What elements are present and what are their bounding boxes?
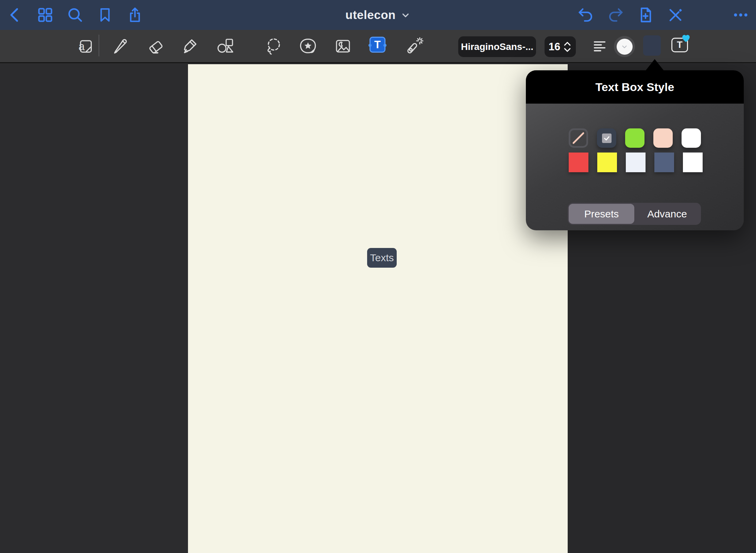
eraser-tool-button[interactable] (146, 37, 165, 56)
preset-swatch-peach[interactable] (653, 128, 673, 148)
font-size-stepper[interactable]: 16 (545, 36, 576, 57)
presets-advance-tabs: Presets Advance (568, 203, 701, 225)
text-box-style-button[interactable] (643, 35, 661, 56)
image-icon (333, 37, 352, 55)
undo-icon (577, 6, 595, 24)
preset-swatch-white-rounded[interactable] (682, 128, 701, 148)
app-window: utelecon (0, 0, 756, 553)
stepper-chevrons-icon (563, 41, 572, 53)
share-icon (126, 6, 143, 23)
tab-advance[interactable]: Advance (634, 204, 700, 224)
back-button[interactable] (5, 4, 26, 25)
text-tool-button[interactable]: T (370, 37, 385, 53)
more-button[interactable] (730, 4, 751, 25)
preset-swatch-selected[interactable] (597, 128, 616, 148)
heart-icon (682, 34, 690, 42)
pages-overview-button[interactable] (35, 4, 56, 25)
tab-presets-label: Presets (584, 208, 619, 220)
popover-header: Text Box Style (526, 70, 744, 104)
svg-text:a: a (79, 40, 85, 53)
redo-icon (607, 6, 624, 24)
sticker-icon (298, 37, 317, 56)
laser-pointer-icon (404, 36, 424, 56)
text-box[interactable]: Texts (367, 248, 397, 268)
add-page-button[interactable] (635, 4, 656, 25)
tools-toolbar: a (0, 30, 756, 63)
image-tool-button[interactable] (333, 37, 352, 56)
search-icon (66, 6, 84, 24)
shapes-tool-button[interactable] (216, 37, 235, 56)
lasso-icon (264, 37, 283, 55)
shapes-icon (216, 37, 235, 55)
preset-swatch-row-2 (569, 153, 703, 172)
add-page-icon (637, 6, 654, 24)
text-box-style-popover: Text Box Style (526, 70, 744, 230)
preset-swatch-yellow[interactable] (597, 153, 617, 172)
preset-swatch-none[interactable] (569, 128, 588, 148)
back-chevron-icon (6, 6, 24, 24)
highlighter-icon (181, 37, 200, 55)
text-tool-glyph: T (374, 39, 381, 51)
toolbar-divider (99, 35, 99, 56)
search-button[interactable] (65, 4, 86, 25)
bookmark-icon (97, 6, 114, 23)
undo-button[interactable] (575, 4, 596, 25)
pen-tool-button[interactable] (111, 37, 130, 56)
preset-swatch-green[interactable] (625, 128, 645, 148)
eraser-icon (147, 37, 165, 55)
preset-swatch-slate[interactable] (654, 153, 674, 172)
text-tool-handle-left (368, 44, 372, 47)
notebook-title-label: utelecon (345, 8, 396, 22)
align-left-icon (592, 38, 607, 54)
chevron-down-icon (400, 10, 411, 20)
text-tool-handle-right (383, 44, 386, 47)
popover-arrow (646, 59, 664, 71)
checkbox (602, 133, 612, 143)
font-family-button[interactable]: HiraginoSans-... (458, 36, 536, 57)
preset-swatch-red[interactable] (569, 153, 588, 172)
highlighter-tool-button[interactable] (181, 37, 200, 56)
redo-button[interactable] (605, 4, 626, 25)
grid-icon (36, 6, 54, 24)
note-page[interactable]: Texts (188, 64, 568, 553)
lasso-tool-button[interactable] (264, 37, 283, 56)
pen-cross-icon (667, 6, 684, 24)
laser-pointer-button[interactable] (404, 36, 424, 56)
popover-title: Text Box Style (596, 81, 674, 94)
preset-swatch-row-1 (569, 128, 701, 148)
sticker-tool-button[interactable] (298, 37, 317, 56)
font-family-label: HiraginoSans-... (461, 41, 533, 52)
share-button[interactable] (124, 4, 145, 25)
font-size-value: 16 (549, 41, 560, 53)
top-nav-bar: utelecon (0, 0, 756, 30)
preset-swatch-pale-blue[interactable] (626, 153, 646, 172)
diagonal-line-icon (570, 130, 586, 146)
pen-icon (111, 37, 130, 55)
ellipsis-icon (732, 6, 750, 24)
text-color-swatch (617, 39, 633, 55)
read-mode-button[interactable]: a (75, 37, 94, 56)
text-style-favorite-button[interactable]: T (671, 38, 688, 52)
text-box-label: Texts (370, 252, 394, 264)
read-mode-icon: a (76, 37, 94, 55)
tab-advance-label: Advance (647, 208, 687, 220)
hide-toolbar-button[interactable] (665, 4, 686, 25)
text-color-button[interactable] (614, 36, 635, 57)
preset-swatch-white-square[interactable] (683, 153, 703, 172)
tab-presets[interactable]: Presets (569, 204, 634, 224)
text-align-button[interactable] (591, 37, 608, 55)
bookmark-button[interactable] (94, 4, 116, 25)
